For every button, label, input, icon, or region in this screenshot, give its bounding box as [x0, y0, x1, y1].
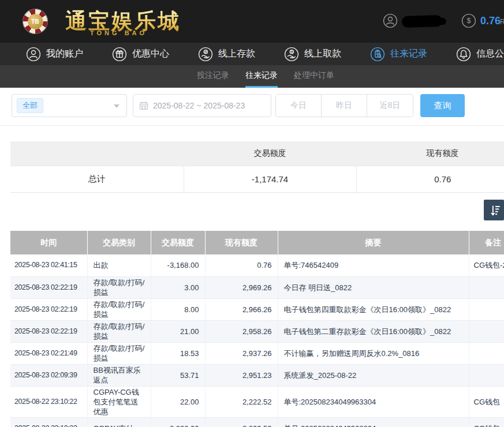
- tab-pending-orders[interactable]: 处理中订单: [294, 65, 334, 88]
- cell-type: 存款/取款/打码/损益: [87, 342, 151, 364]
- nav-item-online-deposit[interactable]: 线上存款: [198, 47, 255, 62]
- cell-type: 存款/取款/打码/损益: [87, 320, 151, 342]
- cell-balance: 2,200.52: [205, 417, 278, 427]
- nav-item-online-withdraw[interactable]: $线上取款: [284, 47, 341, 62]
- cell-amount: -3,168.00: [151, 254, 205, 276]
- nav-item-label: 我的账户: [46, 48, 83, 60]
- table-row: 2025-08-23 02:22:19存款/取款/打码/损益8.002,966.…: [10, 298, 504, 320]
- col-header-time: 时间: [10, 231, 87, 254]
- sort-button[interactable]: [484, 200, 504, 220]
- cell-remark: [469, 276, 504, 298]
- summary-header-balance: 现有额度: [356, 141, 504, 166]
- summary-header-transaction: 交易额度: [184, 141, 356, 166]
- type-select-tag[interactable]: 全部: [17, 98, 43, 113]
- cell-time: 2025-08-22 23:10:22: [10, 386, 87, 417]
- quick-button-last8days[interactable]: 近8日: [367, 95, 413, 117]
- calendar-icon: [139, 101, 148, 110]
- summary-table-wrap: 交易额度 现有额度 总计 -1,174.74 0.76: [10, 141, 504, 193]
- sort-descending-icon: [488, 204, 501, 216]
- page: TB 通宝娱乐城 TONG BAO $ 0.76 R 我的账户优惠中心线上存款$…: [0, 0, 504, 427]
- cell-type: 出款: [87, 254, 151, 276]
- nav-item-my-account[interactable]: 我的账户: [26, 47, 83, 62]
- nav-item-label: 线上存款: [218, 48, 255, 60]
- cell-time: 2025-08-23 02:22:19: [10, 298, 87, 320]
- user-icon: [26, 47, 41, 62]
- records-icon: [370, 47, 385, 62]
- cell-time: 2025-08-23 02:22:19: [10, 276, 87, 298]
- tab-transaction-records[interactable]: 往来记录: [245, 65, 278, 88]
- balance-currency: R: [500, 18, 504, 26]
- cell-time: 2025-08-23 02:22:19: [10, 320, 87, 342]
- cell-amount: 18.53: [151, 342, 205, 364]
- divider: [0, 125, 504, 126]
- table-row: 2025-08-23 02:21:49存款/取款/打码/损益18.532,937…: [10, 342, 504, 364]
- cell-type: CGPAY支付: [87, 417, 151, 427]
- nav-item-label: 往来记录: [390, 48, 427, 60]
- summary-balance-total: 0.76: [356, 166, 504, 193]
- svg-text:$: $: [467, 17, 471, 25]
- cell-remark: [469, 298, 504, 320]
- cell-type: 存款/取款/打码/损益: [87, 276, 151, 298]
- cell-summary: 单号:202508234049963304: [278, 417, 469, 427]
- cell-amount: 21.00: [151, 320, 205, 342]
- cell-summary: 单号:202508234049963304: [278, 386, 469, 417]
- cell-balance: 2,969.26: [205, 276, 278, 298]
- cell-summary: 不计输赢，另加赠送周周反水0.2%_0816: [278, 342, 469, 364]
- table-row: 2025-08-23 02:22:19存款/取款/打码/损益3.002,969.…: [10, 276, 504, 298]
- currency-icon: $: [461, 13, 476, 31]
- filter-bar: 全部 2025-08-22 ~ 2025-08-23 今日昨日近8日 查询: [12, 94, 465, 117]
- cell-balance: 2,966.26: [205, 298, 278, 320]
- table-row: 2025-08-23 02:41:15出款-3,168.000.76单号:746…: [10, 254, 504, 276]
- summary-total-label: 总计: [10, 166, 184, 193]
- deposit-icon: [198, 47, 213, 62]
- cell-remark: CG钱包: [469, 417, 504, 427]
- cell-amount: 2,200.00: [151, 417, 205, 427]
- balance-amount: 0.76: [480, 15, 501, 27]
- cell-balance: 2,937.26: [205, 342, 278, 364]
- cell-amount: 53.71: [151, 364, 205, 386]
- type-select[interactable]: 全部: [12, 94, 127, 117]
- cell-remark: CG钱包-24: [469, 254, 504, 276]
- cell-time: 2025-08-22 23:10:22: [10, 417, 87, 427]
- cell-time: 2025-08-23 02:09:39: [10, 364, 87, 386]
- logo-chip-label: TB: [28, 14, 43, 29]
- table-row: 2025-08-22 23:10:22CGPAY支付2,200.002,200.…: [10, 417, 504, 427]
- nav-item-label: 信息公告: [476, 48, 504, 60]
- search-button[interactable]: 查询: [420, 94, 465, 117]
- nav-item-label: 优惠中心: [132, 48, 169, 60]
- cell-summary: 电子钱包第二重存款彩金《次日16:00领取》_0822: [278, 320, 469, 342]
- logo-chip-icon[interactable]: TB: [23, 9, 48, 34]
- date-range-input[interactable]: 2025-08-22 ~ 2025-08-23: [133, 94, 271, 117]
- quick-button-yesterday[interactable]: 昨日: [322, 95, 367, 117]
- withdraw-icon: $: [284, 47, 299, 62]
- cell-remark: CG钱包: [469, 386, 504, 417]
- tab-bet-records[interactable]: 投注记录: [197, 65, 229, 88]
- col-header-type: 交易类别: [87, 231, 151, 254]
- col-header-amount: 交易额度: [151, 231, 205, 254]
- cell-summary: 今日存 明日送_0822: [278, 276, 469, 298]
- cell-remark: [469, 342, 504, 364]
- cell-time: 2025-08-23 02:21:49: [10, 342, 87, 364]
- records-header-row: 时间交易类别交易额度现有额度摘要备注: [10, 231, 504, 254]
- username-redacted: [402, 15, 442, 28]
- nav-item-promotions[interactable]: 优惠中心: [112, 47, 169, 62]
- nav-item-label: 线上取款: [304, 48, 341, 60]
- svg-text:$: $: [291, 50, 293, 54]
- cell-remark: [469, 320, 504, 342]
- top-header: TB 通宝娱乐城 TONG BAO $ 0.76 R: [0, 0, 504, 43]
- col-header-balance: 现有额度: [205, 231, 278, 254]
- col-header-summary: 摘要: [278, 231, 469, 254]
- summary-header-row: 交易额度 现有额度: [10, 141, 504, 166]
- summary-total-row: 总计 -1,174.74 0.76: [10, 166, 504, 193]
- table-row: 2025-08-22 23:10:22CGPAY-CG钱包支付笔笔送优惠22.0…: [10, 386, 504, 417]
- quick-button-today[interactable]: 今日: [276, 95, 322, 117]
- user-avatar-icon[interactable]: [383, 13, 398, 31]
- gift-icon: [112, 47, 127, 62]
- nav-item-announcements[interactable]: 信息公告: [456, 47, 504, 62]
- cell-amount: 3.00: [151, 276, 205, 298]
- main-nav: 我的账户优惠中心线上存款$线上取款往来记录信息公告: [0, 43, 504, 65]
- cell-balance: 2,222.52: [205, 386, 278, 417]
- cell-remark: [469, 364, 504, 386]
- chevron-down-icon: [114, 104, 120, 108]
- nav-item-transaction-records[interactable]: 往来记录: [370, 47, 427, 62]
